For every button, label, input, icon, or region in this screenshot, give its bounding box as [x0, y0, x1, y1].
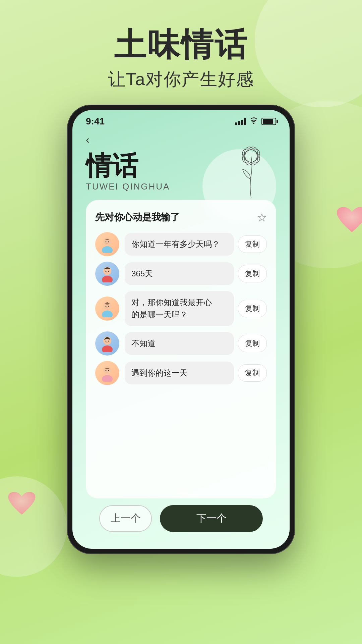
copy-button[interactable]: 复制 — [238, 335, 267, 352]
prev-button[interactable]: 上一个 — [99, 505, 152, 532]
svg-point-7 — [106, 241, 107, 242]
phone-screen: 9:41 — [72, 110, 290, 549]
status-bar: 9:41 — [72, 110, 290, 130]
status-time: 9:41 — [86, 116, 105, 127]
avatar — [95, 297, 119, 321]
back-button[interactable]: ‹ — [86, 133, 103, 146]
svg-point-18 — [106, 306, 107, 307]
svg-point-24 — [108, 340, 109, 341]
content-card: 先对你心动是我输了 ☆ — [86, 200, 276, 498]
copy-button[interactable]: 复制 — [238, 265, 267, 282]
avatar — [95, 232, 119, 256]
chat-bubble-wrap: 365天 复制 — [125, 262, 267, 285]
copy-button[interactable]: 复制 — [238, 364, 267, 382]
chat-bubble-text: 你知道一年有多少天吗？ — [125, 233, 234, 256]
svg-point-5 — [102, 246, 113, 253]
signal-icon — [235, 118, 246, 125]
status-icons — [235, 117, 276, 126]
main-title: 土味情话 — [0, 27, 362, 62]
battery-icon — [261, 118, 276, 125]
svg-point-28 — [106, 370, 107, 371]
chat-item: 遇到你的这一天 复制 — [95, 361, 267, 385]
copy-button[interactable]: 复制 — [238, 235, 267, 253]
next-button[interactable]: 下一个 — [160, 505, 263, 532]
wifi-icon — [249, 117, 258, 126]
svg-point-15 — [102, 311, 113, 317]
chat-list: 你知道一年有多少天吗？ 复制 — [95, 232, 267, 385]
heart-decoration-bottom-left — [7, 490, 37, 521]
chat-bubble-wrap: 你知道一年有多少天吗？ 复制 — [125, 233, 267, 256]
avatar — [95, 361, 119, 385]
header-section: 土味情话 让Ta对你产生好感 — [0, 0, 362, 105]
svg-point-17 — [106, 302, 108, 304]
avatar — [95, 331, 119, 356]
svg-point-21 — [102, 345, 113, 352]
chat-item: 365天 复制 — [95, 262, 267, 286]
phone-content: ‹ ✦ 情话 TUWEI QINGHUA — [72, 130, 290, 549]
chat-bubble-text: 遇到你的这一天 — [125, 362, 234, 384]
svg-point-26 — [102, 375, 113, 382]
phone-wrapper: 9:41 — [0, 105, 362, 554]
copy-button[interactable]: 复制 — [238, 300, 267, 317]
card-title: 先对你心动是我输了 — [95, 211, 180, 224]
chat-bubble-text: 对，那你知道我最开心的是哪一天吗？ — [125, 291, 234, 326]
svg-point-13 — [108, 271, 109, 272]
star-button[interactable]: ☆ — [257, 211, 267, 224]
svg-point-29 — [108, 370, 109, 371]
chat-item: 不知道 复制 — [95, 331, 267, 356]
subtitle: 让Ta对你产生好感 — [0, 68, 362, 91]
heart-decoration-top-right — [335, 205, 362, 239]
card-header: 先对你心动是我输了 ☆ — [95, 211, 267, 224]
chat-bubble-wrap: 不知道 复制 — [125, 332, 267, 355]
flower-decoration — [233, 146, 269, 201]
svg-point-8 — [108, 241, 109, 242]
chat-bubble-wrap: 遇到你的这一天 复制 — [125, 362, 267, 384]
phone-header: ✦ 情话 TUWEI QINGHUA — [86, 153, 276, 192]
svg-point-12 — [106, 271, 107, 272]
svg-point-23 — [106, 340, 107, 341]
chat-bubble-text: 365天 — [125, 262, 234, 285]
svg-point-19 — [108, 306, 109, 307]
chat-item: 对，那你知道我最开心的是哪一天吗？ 复制 — [95, 291, 267, 326]
chat-bubble-wrap: 对，那你知道我最开心的是哪一天吗？ 复制 — [125, 291, 267, 326]
bottom-navigation: 上一个 下一个 — [86, 498, 276, 542]
avatar — [95, 262, 119, 286]
chat-bubble-text: 不知道 — [125, 332, 234, 355]
svg-point-10 — [102, 276, 113, 282]
phone-frame: 9:41 — [67, 105, 295, 554]
chat-item: 你知道一年有多少天吗？ 复制 — [95, 232, 267, 256]
